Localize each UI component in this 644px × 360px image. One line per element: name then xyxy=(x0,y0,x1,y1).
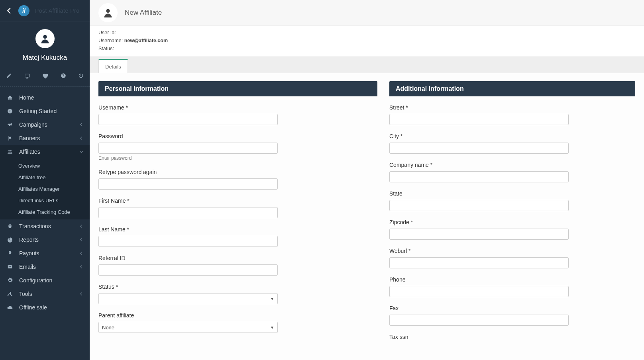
zipcode-input[interactable] xyxy=(389,229,569,240)
page-header: New Affiliate xyxy=(90,0,644,25)
avatar[interactable] xyxy=(35,29,55,48)
sidebar-item-label: Affiliates xyxy=(19,149,79,155)
sidebar-item-banners[interactable]: Banners xyxy=(0,131,90,145)
cloud-icon xyxy=(6,305,14,310)
meta-strip: User Id: Username: new@affiliate.com Sta… xyxy=(90,25,644,57)
retype-field-label: Retype password again xyxy=(98,169,377,175)
sidebar-item-tools[interactable]: Tools xyxy=(0,287,90,301)
sidebar-item-label: Home xyxy=(19,94,83,101)
sidebar-top: il Post Affiliate Pro xyxy=(0,0,90,22)
street-input[interactable] xyxy=(389,114,569,125)
city-field-label: City * xyxy=(389,133,635,139)
username-field-label: Username * xyxy=(98,104,377,111)
brand-logo-icon: il xyxy=(18,5,29,16)
sidebar-item-offline-sale[interactable]: Offline sale xyxy=(0,301,90,314)
bullhorn-icon xyxy=(6,122,14,127)
fax-field-label: Fax xyxy=(389,305,635,311)
money-icon xyxy=(6,250,14,256)
tab-details[interactable]: Details xyxy=(98,59,128,73)
chevron-left-icon xyxy=(79,292,83,296)
caret-down-icon: ▼ xyxy=(270,325,274,330)
tools-icon xyxy=(6,291,14,297)
parent-select-value: None xyxy=(102,325,114,331)
lastname-input[interactable] xyxy=(98,236,278,247)
sidebar-item-transactions[interactable]: Transactions xyxy=(0,219,90,233)
state-input[interactable] xyxy=(389,200,569,211)
monitor-icon[interactable] xyxy=(24,73,30,79)
svg-point-1 xyxy=(8,150,10,152)
subnav-item-affiliate-tree[interactable]: Affiliate tree xyxy=(0,172,90,183)
mail-icon xyxy=(6,264,14,270)
company-input[interactable] xyxy=(389,171,569,182)
nav: Home Getting Started Campaigns Banners A… xyxy=(0,87,90,314)
sidebar-item-campaigns[interactable]: Campaigns xyxy=(0,118,90,131)
sidebar-item-configuration[interactable]: Configuration xyxy=(0,274,90,287)
city-input[interactable] xyxy=(389,143,569,154)
edit-icon[interactable] xyxy=(6,73,12,79)
panel-heading: Personal Information xyxy=(98,81,377,96)
sidebar: il Post Affiliate Pro Matej Kukucka Home xyxy=(0,0,90,360)
additional-panel: Additional Information Street * City * C… xyxy=(389,81,635,348)
users-icon xyxy=(6,149,14,155)
gear-icon xyxy=(6,278,14,283)
brand-text: Post Affiliate Pro xyxy=(35,8,79,14)
taxssn-field-label: Tax ssn xyxy=(389,334,635,340)
caret-down-icon: ▼ xyxy=(270,297,274,301)
phone-field-label: Phone xyxy=(389,276,635,283)
firstname-field-label: First Name * xyxy=(98,198,377,204)
password-input[interactable] xyxy=(98,143,278,154)
phone-input[interactable] xyxy=(389,286,569,297)
sidebar-item-label: Campaigns xyxy=(19,121,79,128)
sidebar-item-label: Payouts xyxy=(19,250,79,256)
chevron-left-icon xyxy=(79,123,83,127)
help-icon[interactable] xyxy=(61,73,66,79)
subnav-affiliates: Overview Affiliate tree Affiliates Manag… xyxy=(0,158,90,219)
subnav-item-overview[interactable]: Overview xyxy=(0,160,90,172)
heartbeat-icon[interactable] xyxy=(42,73,49,79)
user-icon xyxy=(98,3,118,22)
referral-input[interactable] xyxy=(98,264,278,276)
sidebar-item-label: Getting Started xyxy=(19,108,83,114)
subnav-item-affiliates-manager[interactable]: Affiliates Manager xyxy=(0,183,90,195)
chevron-left-icon xyxy=(79,265,83,269)
chevron-down-icon xyxy=(79,150,83,154)
power-icon[interactable] xyxy=(78,73,84,79)
page-title: New Affiliate xyxy=(125,9,162,17)
username-label: Username: xyxy=(98,38,123,43)
flag-icon xyxy=(6,135,14,141)
svg-point-2 xyxy=(10,150,12,152)
content: Personal Information Username * Password… xyxy=(90,73,644,360)
parent-field-label: Parent affiliate xyxy=(98,312,377,319)
status-label: Status: xyxy=(98,46,114,51)
svg-point-0 xyxy=(43,35,47,39)
chevron-left-icon xyxy=(79,224,83,228)
zipcode-field-label: Zipcode * xyxy=(389,219,635,225)
weburl-input[interactable] xyxy=(389,257,569,268)
sidebar-item-payouts[interactable]: Payouts xyxy=(0,247,90,260)
lastname-field-label: Last Name * xyxy=(98,226,377,233)
sidebar-item-emails[interactable]: Emails xyxy=(0,260,90,274)
sidebar-item-home[interactable]: Home xyxy=(0,91,90,104)
sidebar-item-getting-started[interactable]: Getting Started xyxy=(0,104,90,118)
status-select[interactable]: ▼ xyxy=(98,293,278,304)
sidebar-item-affiliates[interactable]: Affiliates xyxy=(0,145,90,158)
parent-affiliate-select[interactable]: None ▼ xyxy=(98,322,278,333)
sidebar-item-label: Tools xyxy=(19,291,79,297)
personal-panel: Personal Information Username * Password… xyxy=(98,81,377,348)
subnav-item-tracking-code[interactable]: Affiliate Tracking Code xyxy=(0,206,90,218)
fax-input[interactable] xyxy=(389,315,569,326)
subnav-item-directlinks-urls[interactable]: DirectLinks URLs xyxy=(0,195,90,206)
firstname-input[interactable] xyxy=(98,207,278,218)
sidebar-item-label: Emails xyxy=(19,264,79,270)
referral-field-label: Referral ID xyxy=(98,255,377,261)
home-icon xyxy=(6,95,14,100)
back-icon[interactable] xyxy=(6,7,13,14)
sidebar-item-label: Configuration xyxy=(19,277,83,284)
sidebar-item-reports[interactable]: Reports xyxy=(0,233,90,247)
clock-icon xyxy=(6,108,14,114)
username-input[interactable] xyxy=(98,114,278,125)
chevron-left-icon xyxy=(79,238,83,242)
tab-row: Details xyxy=(90,57,644,73)
retype-password-input[interactable] xyxy=(98,178,278,190)
panel-heading: Additional Information xyxy=(389,81,635,96)
